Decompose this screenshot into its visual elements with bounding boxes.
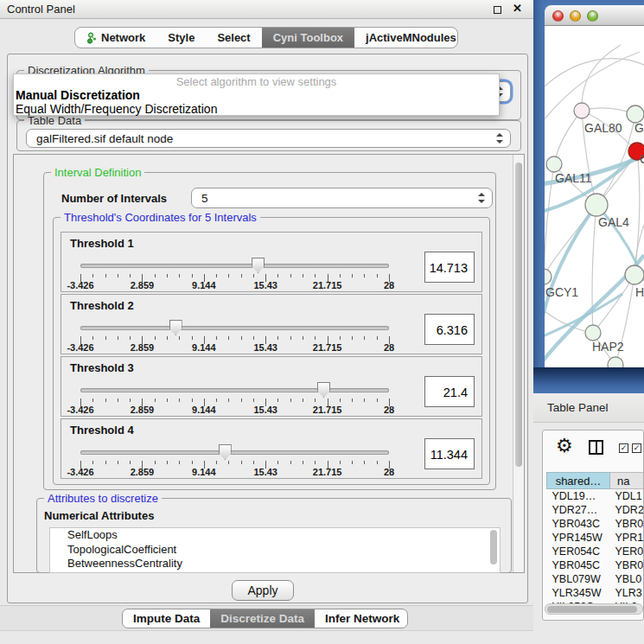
table-row[interactable]: YER054CYER0 [547, 545, 644, 558]
attributes-group: Attributes to discretize Numerical Attri… [36, 498, 512, 573]
tab-style[interactable]: Style [156, 28, 206, 48]
network-node-label: GA [634, 121, 644, 135]
table-row[interactable]: YBR045CYBR0 [547, 558, 644, 572]
network-node[interactable] [574, 103, 590, 118]
list-scrollbar[interactable] [489, 530, 498, 571]
minimize-traffic-light-icon[interactable] [570, 10, 581, 22]
threshold-slider[interactable] [80, 382, 389, 398]
column-header-shared-name[interactable]: shared… [547, 473, 610, 489]
network-window-bottom-edge [533, 367, 644, 393]
close-traffic-light-icon[interactable] [552, 10, 564, 22]
attributes-group-title: Attributes to discretize [44, 492, 162, 505]
number-of-intervals-label: Number of Intervals [61, 192, 167, 205]
threshold-2-block: Threshold 2 -3.4262.8599.14415.4321.7152… [61, 294, 482, 354]
node-table-body: YDL19…YDL1YDR27…YDR2YBR043CYBR0YPR145WYP… [547, 489, 644, 615]
settings-scrollpane: Interval Definition Number of Intervals … [13, 154, 525, 573]
float-window-icon[interactable] [494, 6, 501, 14]
tab-discretize-data[interactable]: Discretize Data [210, 609, 315, 628]
list-item[interactable]: BetweennessCentrality [50, 557, 500, 571]
combo-arrows-icon [495, 133, 502, 143]
list-item[interactable]: SelfLoops [50, 528, 500, 543]
table-row[interactable]: YBL079WYBL0 [547, 572, 644, 586]
control-panel-title: Control Panel [7, 3, 75, 16]
slider-thumb[interactable] [219, 444, 232, 460]
network-node[interactable] [545, 269, 552, 284]
tab-network[interactable]: Network [75, 28, 156, 48]
table-row[interactable]: YDR27…YDR2 [547, 503, 644, 517]
checkbox-icon[interactable]: ✓ [632, 443, 641, 453]
checkbox-icon[interactable]: ✓ [619, 443, 628, 453]
threshold-value-field[interactable]: 6.316 [424, 314, 475, 345]
table-data-select[interactable]: galFiltered.sif default node [26, 129, 511, 148]
threshold-value-field[interactable]: 11.344 [424, 438, 475, 469]
network-node-label: H [635, 285, 644, 299]
dropdown-option-manual-discretization[interactable]: Manual Discretization [14, 88, 499, 102]
network-node-label: GCY1 [545, 285, 578, 299]
settings-scrollbar[interactable] [513, 155, 524, 572]
table-row[interactable]: YBR043CYBR0 [547, 517, 644, 531]
tab-infer-network[interactable]: Infer Network [315, 609, 408, 628]
slider-track [80, 264, 389, 268]
numerical-attributes-list[interactable]: SelfLoops TopologicalCoefficient Between… [49, 527, 501, 573]
table-data-group-title: Table Data [24, 114, 85, 127]
tab-cyni-toolbox[interactable]: Cyni Toolbox [262, 28, 354, 48]
network-node[interactable] [585, 325, 601, 341]
list-item[interactable]: TopologicalCoefficient [50, 543, 500, 558]
network-node[interactable] [627, 105, 644, 123]
table-row[interactable]: YDL19…YDL1 [547, 489, 644, 503]
zoom-traffic-light-icon[interactable] [587, 10, 598, 22]
network-edge-thick [545, 205, 596, 324]
threshold-slider[interactable] [80, 320, 389, 335]
slider-thumb[interactable] [169, 320, 182, 335]
close-icon[interactable]: ✕ [513, 2, 522, 15]
scrollbar-thumb[interactable] [547, 606, 637, 613]
slider-thumb[interactable] [317, 382, 330, 398]
threshold-label: Threshold 2 [70, 299, 134, 312]
dropdown-hint-option[interactable]: Select algorithm to view settings [14, 74, 499, 88]
apply-button[interactable]: Apply [232, 580, 294, 601]
table-row[interactable]: YLR345WYLR3 [547, 586, 644, 600]
slider-thumb[interactable] [252, 258, 265, 273]
numerical-attributes-label: Numerical Attributes [44, 509, 154, 522]
tab-jactivemnodules[interactable]: jActiveMNodules [354, 28, 458, 48]
table-horizontal-scrollbar[interactable] [545, 603, 643, 615]
table-panel-title: Table Panel [547, 401, 609, 414]
network-node[interactable] [546, 156, 562, 172]
control-panel-tabbar: Network Style Select Cyni Toolbox jActiv… [74, 27, 458, 48]
threshold-slider[interactable] [80, 444, 389, 460]
column-header-name[interactable]: na [610, 473, 644, 489]
threshold-4-block: Threshold 4 -3.4262.8599.14415.4321.7152… [61, 418, 482, 479]
slider-track [80, 326, 389, 330]
network-canvas-svg: GAL80GACGAL11GAL4GCY1HHAP2 [545, 26, 644, 367]
network-edge [582, 45, 621, 111]
scrollbar-thumb[interactable] [515, 163, 522, 467]
network-edge [592, 205, 596, 333]
threshold-value-field[interactable]: 21.4 [424, 376, 475, 407]
network-node-label: C [640, 152, 644, 166]
network-node-label: HAP2 [592, 340, 624, 354]
network-view-canvas[interactable]: GAL80GACGAL11GAL4GCY1HHAP2 [545, 26, 644, 367]
slider-tick-labels: -3.4262.8599.14415.4321.71528 [80, 405, 389, 415]
gear-icon[interactable]: ⚙ [556, 435, 573, 457]
network-edge [545, 52, 640, 119]
network-node[interactable] [608, 357, 623, 367]
columns-icon[interactable] [589, 440, 603, 455]
table-row[interactable]: YPR145WYPR1 [547, 531, 644, 545]
threshold-1-block: Threshold 1 -3.4262.8599.14415.4321.7152… [61, 232, 482, 292]
thresholds-group: Threshold's Coordinates for 5 Intervals … [53, 217, 490, 485]
number-of-intervals-select[interactable]: 5 [191, 188, 493, 208]
scrollbar-thumb[interactable] [490, 530, 497, 564]
tab-select[interactable]: Select [206, 28, 261, 48]
network-node[interactable] [625, 265, 644, 284]
algorithm-dropdown-popup: Select algorithm to view settings Manual… [13, 73, 500, 116]
network-node[interactable] [585, 194, 608, 216]
slider-track [80, 450, 389, 455]
cyni-toolbox-panel: Discretization Algorithm Table Data galF… [7, 54, 528, 603]
dropdown-option-equal-width[interactable]: Equal Width/Frequency Discretization [14, 102, 499, 116]
network-window-titlebar[interactable] [545, 5, 644, 26]
threshold-value-field[interactable]: 14.713 [424, 252, 475, 283]
network-node-label: GAL4 [598, 215, 629, 229]
threshold-slider[interactable] [80, 258, 389, 273]
interval-definition-group-title: Interval Definition [51, 166, 144, 179]
tab-impute-data[interactable]: Impute Data [123, 609, 210, 628]
